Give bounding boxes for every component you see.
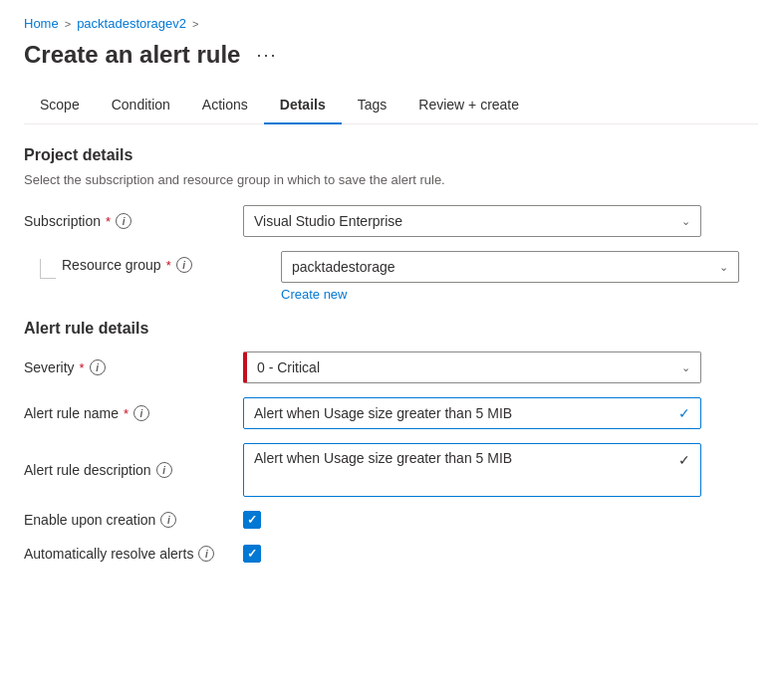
alert-rule-desc-row: Alert rule description i Alert when Usag…: [24, 443, 758, 497]
alert-rule-name-value: Alert when Usage size greater than 5 MIB: [254, 405, 512, 421]
subscription-control: Visual Studio Enterprise ⌄: [243, 205, 701, 237]
alert-rule-name-required: *: [124, 406, 129, 421]
auto-resolve-check-icon: ✓: [247, 547, 257, 561]
auto-resolve-info-icon[interactable]: i: [198, 546, 214, 562]
tab-actions[interactable]: Actions: [186, 87, 264, 124]
enable-creation-checkbox[interactable]: ✓: [243, 511, 261, 529]
severity-control: 0 - Critical ⌄: [243, 351, 701, 383]
breadcrumb-resource[interactable]: packtadestoragev2: [77, 16, 186, 31]
tab-tags[interactable]: Tags: [342, 87, 403, 124]
subscription-row: Subscription * i Visual Studio Enterpris…: [24, 205, 758, 237]
project-details-desc: Select the subscription and resource gro…: [24, 172, 758, 187]
breadcrumb-home[interactable]: Home: [24, 16, 59, 31]
enable-creation-row: Enable upon creation i ✓: [24, 511, 758, 529]
alert-rule-details-section: Alert rule details Severity * i 0 - Crit…: [24, 320, 758, 563]
severity-value: 0 - Critical: [257, 359, 320, 375]
ellipsis-button[interactable]: ···: [250, 43, 283, 68]
resource-group-container: Resource group * i packtadestorage ⌄ Cre…: [24, 251, 758, 302]
resource-group-dropdown[interactable]: packtadestorage ⌄: [281, 251, 739, 283]
tabs-container: Scope Condition Actions Details Tags Rev…: [24, 87, 758, 124]
enable-creation-check-icon: ✓: [247, 513, 257, 527]
resource-group-chevron-icon: ⌄: [719, 261, 728, 274]
auto-resolve-checkbox[interactable]: ✓: [243, 545, 261, 563]
alert-rule-name-info-icon[interactable]: i: [133, 405, 149, 421]
auto-resolve-row: Automatically resolve alerts i ✓: [24, 545, 758, 563]
create-new-link[interactable]: Create new: [281, 287, 347, 302]
alert-rule-name-check-icon: ✓: [678, 405, 690, 421]
enable-creation-label: Enable upon creation i: [24, 512, 243, 528]
severity-required: *: [80, 360, 85, 375]
enable-creation-info-icon[interactable]: i: [160, 512, 176, 528]
severity-label: Severity * i: [24, 359, 243, 375]
severity-dropdown[interactable]: 0 - Critical ⌄: [243, 351, 701, 383]
resource-group-required: *: [166, 258, 171, 273]
resource-group-value: packtadestorage: [292, 259, 395, 275]
resource-group-label-area: Resource group * i: [24, 251, 281, 279]
auto-resolve-label: Automatically resolve alerts i: [24, 546, 243, 562]
page-title: Create an alert rule: [24, 41, 240, 69]
severity-row: Severity * i 0 - Critical ⌄: [24, 351, 758, 383]
subscription-info-icon[interactable]: i: [116, 213, 131, 229]
breadcrumb: Home > packtadestoragev2 >: [24, 16, 758, 31]
subscription-chevron-icon: ⌄: [681, 215, 690, 228]
alert-rule-desc-info-icon[interactable]: i: [156, 462, 172, 478]
alert-rule-desc-label: Alert rule description i: [24, 462, 243, 478]
alert-rule-desc-control: Alert when Usage size greater than 5 MIB…: [243, 443, 701, 497]
subscription-dropdown[interactable]: Visual Studio Enterprise ⌄: [243, 205, 701, 237]
breadcrumb-sep-2: >: [192, 18, 198, 30]
resource-group-control: packtadestorage ⌄ Create new: [281, 251, 739, 302]
resource-group-info-icon[interactable]: i: [176, 257, 192, 273]
alert-rule-desc-check-icon: ✓: [678, 452, 690, 468]
resource-group-label: Resource group * i: [62, 257, 281, 273]
project-details-title: Project details: [24, 146, 758, 164]
alert-rule-name-control: Alert when Usage size greater than 5 MIB…: [243, 397, 701, 429]
severity-info-icon[interactable]: i: [90, 359, 106, 375]
alert-rule-name-label: Alert rule name * i: [24, 405, 243, 421]
breadcrumb-sep-1: >: [65, 18, 71, 30]
alert-rule-name-input[interactable]: Alert when Usage size greater than 5 MIB…: [243, 397, 701, 429]
tab-details[interactable]: Details: [264, 87, 342, 124]
alert-rule-desc-input[interactable]: Alert when Usage size greater than 5 MIB…: [243, 443, 701, 497]
subscription-label: Subscription * i: [24, 213, 243, 229]
tab-condition[interactable]: Condition: [96, 87, 186, 124]
severity-chevron-icon: ⌄: [681, 361, 690, 374]
alert-rule-desc-value: Alert when Usage size greater than 5 MIB: [254, 450, 512, 466]
alert-rule-details-title: Alert rule details: [24, 320, 758, 338]
alert-rule-name-row: Alert rule name * i Alert when Usage siz…: [24, 397, 758, 429]
tab-review-create[interactable]: Review + create: [402, 87, 535, 124]
subscription-value: Visual Studio Enterprise: [254, 213, 402, 229]
tab-scope[interactable]: Scope: [24, 87, 96, 124]
project-details-section: Project details Select the subscription …: [24, 146, 758, 302]
subscription-required: *: [106, 214, 111, 229]
page-title-row: Create an alert rule ···: [24, 41, 758, 69]
indent-connector: [40, 259, 56, 279]
